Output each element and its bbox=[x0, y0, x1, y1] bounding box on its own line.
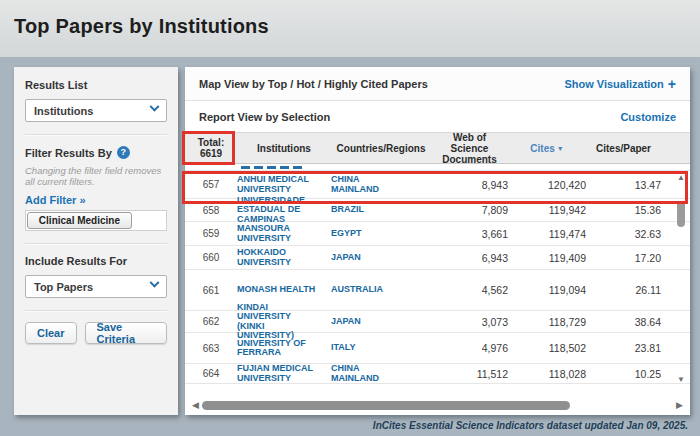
country-cell: CHINA MAINLAND bbox=[331, 175, 431, 194]
docs-cell: 4,562 bbox=[431, 284, 508, 296]
page-title: Top Papers by Institutions bbox=[14, 15, 269, 38]
institution-link[interactable]: MONASH HEALTH bbox=[237, 285, 331, 295]
column-header-wos-documents[interactable]: Web of Science Documents bbox=[431, 132, 508, 165]
rank-cell: 659 bbox=[185, 228, 237, 239]
sidebar-divider bbox=[25, 134, 167, 136]
scroll-left-icon[interactable]: ◀ bbox=[192, 400, 199, 410]
country-cell: AUSTRALIA bbox=[331, 285, 431, 295]
show-visualization-text: Show Visualization bbox=[564, 78, 663, 90]
rank-cell: 657 bbox=[185, 179, 237, 190]
table-row: 660 HOKKAIDO UNIVERSITY JAPAN 6,943 119,… bbox=[185, 246, 690, 270]
docs-cell: 3,073 bbox=[431, 316, 508, 328]
cites-per-paper-cell: 17.20 bbox=[586, 252, 661, 264]
rank-cell: 661 bbox=[185, 285, 237, 296]
institution-link[interactable]: KINDAI UNIVERSITY (KINKI UNIVERSITY) bbox=[237, 303, 331, 341]
filters-sidebar: Results List Institutions Filter Results… bbox=[14, 67, 178, 415]
include-results-for-value: Top Papers bbox=[34, 281, 93, 293]
rank-cell: 658 bbox=[185, 205, 237, 216]
total-label: Total: bbox=[185, 137, 237, 148]
docs-cell: 7,809 bbox=[431, 204, 508, 216]
clear-button[interactable]: Clear bbox=[25, 322, 77, 344]
cites-per-paper-cell: 38.64 bbox=[586, 316, 661, 328]
report-view-label: Report View by Selection bbox=[199, 111, 330, 123]
cites-cell: 118,729 bbox=[508, 316, 586, 328]
country-cell: JAPAN bbox=[331, 317, 431, 327]
rank-cell: 664 bbox=[185, 368, 237, 379]
vertical-scrollbar-thumb[interactable] bbox=[677, 201, 685, 227]
top-band: Top Papers by Institutions bbox=[0, 0, 700, 57]
total-count-cell: Total: 6619 bbox=[185, 137, 237, 159]
scroll-up-icon[interactable]: ▲ bbox=[677, 173, 685, 182]
scroll-down-icon[interactable]: ▼ bbox=[677, 375, 685, 384]
include-results-for-select[interactable]: Top Papers bbox=[25, 275, 167, 298]
scroll-right-icon[interactable]: ▶ bbox=[676, 400, 683, 410]
customize-link[interactable]: Customize bbox=[620, 111, 676, 123]
cites-per-paper-cell: 10.25 bbox=[586, 368, 661, 380]
plus-icon: + bbox=[668, 79, 676, 89]
cites-cell: 119,474 bbox=[508, 228, 586, 240]
institution-link[interactable]: FUJIAN MEDICAL UNIVERSITY bbox=[237, 364, 331, 383]
table-header-row: Total: 6619 Institutions Countries/Regio… bbox=[185, 132, 690, 164]
docs-cell: 4,976 bbox=[431, 342, 508, 354]
add-filter-link[interactable]: Add Filter » bbox=[25, 194, 167, 206]
cites-per-paper-cell: 13.47 bbox=[586, 179, 661, 191]
cites-cell: 118,028 bbox=[508, 368, 586, 380]
table-row: 663 UNIVERSITY OF FERRARA ITALY 4,976 11… bbox=[185, 333, 690, 364]
institution-link[interactable]: UNIVERSITY OF FERRARA bbox=[237, 339, 331, 358]
institution-link[interactable]: HOKKAIDO UNIVERSITY bbox=[237, 248, 331, 267]
country-cell: BRAZIL bbox=[331, 205, 431, 215]
chevron-down-icon bbox=[150, 277, 160, 287]
total-value: 6619 bbox=[185, 148, 237, 159]
country-cell: EGYPT bbox=[331, 229, 431, 239]
cites-per-paper-cell: 26.11 bbox=[586, 284, 661, 296]
docs-cell: 3,661 bbox=[431, 228, 508, 240]
table-row: 659 MANSOURA UNIVERSITY EGYPT 3,661 119,… bbox=[185, 222, 690, 246]
rank-cell: 662 bbox=[185, 316, 237, 327]
cites-per-paper-cell: 23.81 bbox=[586, 342, 661, 354]
results-list-label: Results List bbox=[25, 79, 167, 91]
results-panel: Map View by Top / Hot / Highly Cited Pap… bbox=[185, 67, 690, 415]
cites-header-text: Cites bbox=[530, 143, 554, 154]
table-body: 657 ANHUI MEDICAL UNIVERSITY CHINA MAINL… bbox=[185, 164, 690, 397]
cites-cell: 119,409 bbox=[508, 252, 586, 264]
dataset-updated-note: InCites Essential Science Indicators dat… bbox=[373, 420, 688, 431]
map-view-label: Map View by Top / Hot / Highly Cited Pap… bbox=[199, 78, 428, 90]
table-row: 658 UNIVERSIDADE ESTADUAL DE CAMPINAS BR… bbox=[185, 199, 690, 222]
filter-tag-container: Clinical Medicine bbox=[25, 210, 167, 231]
results-list-select[interactable]: Institutions bbox=[25, 99, 167, 122]
clipped-row-text bbox=[241, 166, 303, 169]
column-header-cites[interactable]: Cites▼ bbox=[508, 143, 586, 154]
institution-link[interactable]: UNIVERSIDADE ESTADUAL DE CAMPINAS bbox=[237, 196, 331, 225]
sort-descending-icon: ▼ bbox=[557, 145, 564, 152]
cites-cell: 119,942 bbox=[508, 204, 586, 216]
docs-cell: 6,943 bbox=[431, 252, 508, 264]
filter-results-by-label: Filter Results By bbox=[25, 147, 112, 159]
docs-cell: 11,512 bbox=[431, 368, 508, 380]
sidebar-divider bbox=[25, 310, 167, 312]
filter-note: Changing the filter field removes all cu… bbox=[25, 165, 167, 187]
country-cell: JAPAN bbox=[331, 253, 431, 263]
column-header-institutions[interactable]: Institutions bbox=[237, 143, 331, 154]
country-cell: CHINA MAINLAND bbox=[331, 364, 431, 383]
results-list-value: Institutions bbox=[34, 105, 93, 117]
table-row: 664 FUJIAN MEDICAL UNIVERSITY CHINA MAIN… bbox=[185, 364, 690, 384]
column-header-countries[interactable]: Countries/Regions bbox=[331, 143, 431, 154]
country-cell: ITALY bbox=[331, 343, 431, 353]
institution-link[interactable]: ANHUI MEDICAL UNIVERSITY bbox=[237, 175, 331, 194]
column-header-cites-per-paper[interactable]: Cites/Paper bbox=[586, 143, 661, 154]
clipped-row-remnant bbox=[185, 164, 690, 171]
filter-tag-clinical-medicine[interactable]: Clinical Medicine bbox=[27, 212, 132, 229]
cites-cell: 120,420 bbox=[508, 179, 586, 191]
cites-per-paper-cell: 15.36 bbox=[586, 204, 661, 216]
help-icon[interactable]: ? bbox=[117, 146, 130, 159]
vertical-scrollbar[interactable]: ▲ ▼ bbox=[675, 165, 687, 398]
table-row: 662 KINDAI UNIVERSITY (KINKI UNIVERSITY)… bbox=[185, 311, 690, 333]
rank-cell: 663 bbox=[185, 343, 237, 354]
save-criteria-button[interactable]: Save Criteria bbox=[85, 322, 167, 344]
institution-link[interactable]: MANSOURA UNIVERSITY bbox=[237, 224, 331, 243]
show-visualization-link[interactable]: Show Visualization + bbox=[564, 78, 676, 90]
docs-cell: 8,943 bbox=[431, 179, 508, 191]
horizontal-scrollbar-thumb[interactable] bbox=[202, 401, 570, 410]
rank-cell: 660 bbox=[185, 252, 237, 263]
horizontal-scrollbar[interactable]: ◀ ▶ bbox=[185, 397, 690, 413]
